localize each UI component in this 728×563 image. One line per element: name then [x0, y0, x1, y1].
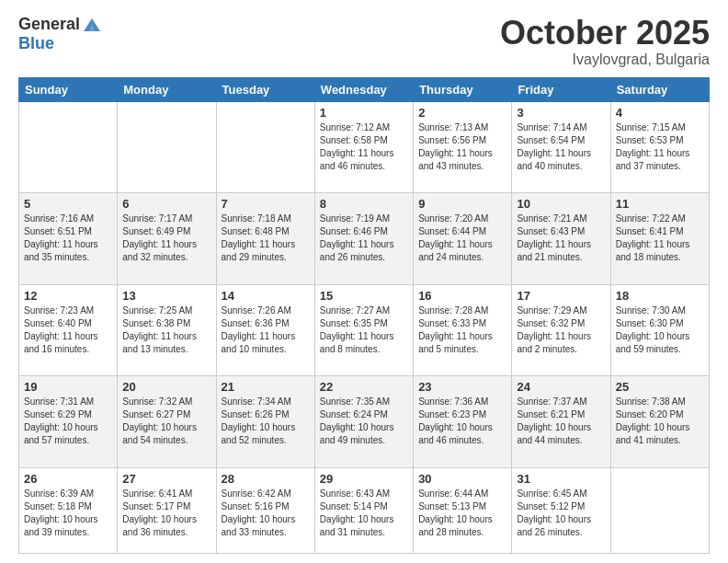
calendar-cell: 5Sunrise: 7:16 AM Sunset: 6:51 PM Daylig…: [19, 193, 118, 285]
day-info: Sunrise: 7:19 AM Sunset: 6:46 PM Dayligh…: [320, 213, 408, 264]
calendar-cell: [118, 101, 216, 193]
day-info: Sunrise: 7:26 AM Sunset: 6:36 PM Dayligh…: [222, 304, 310, 356]
day-number: 7: [222, 197, 310, 211]
calendar-cell: 2Sunrise: 7:13 AM Sunset: 6:56 PM Daylig…: [414, 101, 512, 193]
day-info: Sunrise: 6:44 AM Sunset: 5:13 PM Dayligh…: [418, 488, 506, 539]
calendar-cell: 15Sunrise: 7:27 AM Sunset: 6:35 PM Dayli…: [314, 284, 413, 376]
day-number: 4: [616, 106, 704, 120]
calendar-cell: 19Sunrise: 7:31 AM Sunset: 6:29 PM Dayli…: [19, 376, 118, 468]
day-info: Sunrise: 7:29 AM Sunset: 6:32 PM Dayligh…: [517, 304, 605, 356]
logo-icon: [82, 15, 102, 35]
calendar-cell: 29Sunrise: 6:43 AM Sunset: 5:14 PM Dayli…: [314, 468, 413, 554]
title-block: October 2025 Ivaylovgrad, Bulgaria: [500, 15, 710, 68]
calendar-cell: 23Sunrise: 7:36 AM Sunset: 6:23 PM Dayli…: [414, 376, 512, 468]
calendar-cell: 28Sunrise: 6:42 AM Sunset: 5:16 PM Dayli…: [216, 468, 314, 554]
calendar-cell: 9Sunrise: 7:20 AM Sunset: 6:44 PM Daylig…: [414, 193, 512, 285]
day-number: 17: [517, 289, 605, 303]
calendar-cell: 18Sunrise: 7:30 AM Sunset: 6:30 PM Dayli…: [610, 284, 709, 376]
day-number: 14: [222, 289, 310, 303]
calendar-cell: 22Sunrise: 7:35 AM Sunset: 6:24 PM Dayli…: [314, 376, 413, 468]
calendar-cell: [19, 101, 118, 193]
header-thursday: Thursday: [414, 77, 512, 101]
calendar-week-2: 12Sunrise: 7:23 AM Sunset: 6:40 PM Dayli…: [19, 284, 710, 376]
calendar-cell: 25Sunrise: 7:38 AM Sunset: 6:20 PM Dayli…: [610, 376, 709, 468]
logo-blue: Blue: [18, 35, 102, 53]
day-info: Sunrise: 6:42 AM Sunset: 5:16 PM Dayligh…: [222, 488, 310, 539]
day-info: Sunrise: 6:43 AM Sunset: 5:14 PM Dayligh…: [320, 488, 408, 539]
day-info: Sunrise: 7:21 AM Sunset: 6:43 PM Dayligh…: [517, 213, 605, 264]
header: General Blue October 2025 Ivaylovgrad, B…: [18, 15, 710, 68]
day-info: Sunrise: 7:17 AM Sunset: 6:49 PM Dayligh…: [122, 213, 210, 264]
location: Ivaylovgrad, Bulgaria: [500, 52, 710, 68]
day-number: 1: [320, 106, 408, 120]
day-number: 25: [616, 380, 704, 394]
logo-general: General: [18, 16, 80, 34]
day-info: Sunrise: 7:32 AM Sunset: 6:27 PM Dayligh…: [122, 396, 210, 447]
day-number: 30: [418, 472, 506, 486]
day-number: 16: [418, 289, 506, 303]
calendar-cell: 13Sunrise: 7:25 AM Sunset: 6:38 PM Dayli…: [118, 284, 216, 376]
day-number: 23: [418, 380, 506, 394]
day-info: Sunrise: 6:41 AM Sunset: 5:17 PM Dayligh…: [122, 488, 210, 539]
header-wednesday: Wednesday: [314, 77, 413, 101]
page: General Blue October 2025 Ivaylovgrad, B…: [0, 0, 728, 563]
day-info: Sunrise: 7:25 AM Sunset: 6:38 PM Dayligh…: [122, 304, 210, 356]
day-number: 19: [24, 380, 112, 394]
calendar-cell: 1Sunrise: 7:12 AM Sunset: 6:58 PM Daylig…: [314, 101, 413, 193]
day-info: Sunrise: 7:35 AM Sunset: 6:24 PM Dayligh…: [320, 396, 408, 447]
day-number: 24: [517, 380, 605, 394]
calendar-cell: 14Sunrise: 7:26 AM Sunset: 6:36 PM Dayli…: [216, 284, 314, 376]
day-number: 27: [122, 472, 210, 486]
day-info: Sunrise: 7:27 AM Sunset: 6:35 PM Dayligh…: [320, 304, 408, 356]
day-number: 6: [122, 197, 210, 211]
calendar-cell: 8Sunrise: 7:19 AM Sunset: 6:46 PM Daylig…: [314, 193, 413, 285]
day-number: 31: [517, 472, 605, 486]
day-info: Sunrise: 7:15 AM Sunset: 6:53 PM Dayligh…: [616, 121, 704, 173]
calendar-cell: 27Sunrise: 6:41 AM Sunset: 5:17 PM Dayli…: [118, 468, 216, 554]
day-number: 26: [24, 472, 112, 486]
day-info: Sunrise: 6:45 AM Sunset: 5:12 PM Dayligh…: [517, 488, 605, 539]
logo-text: General Blue: [18, 15, 102, 53]
calendar-cell: 3Sunrise: 7:14 AM Sunset: 6:54 PM Daylig…: [512, 101, 610, 193]
day-info: Sunrise: 7:23 AM Sunset: 6:40 PM Dayligh…: [24, 304, 112, 356]
day-number: 28: [222, 472, 310, 486]
calendar-cell: 26Sunrise: 6:39 AM Sunset: 5:18 PM Dayli…: [19, 468, 118, 554]
calendar-cell: [610, 468, 709, 554]
day-info: Sunrise: 7:28 AM Sunset: 6:33 PM Dayligh…: [418, 304, 506, 356]
day-number: 22: [320, 380, 408, 394]
day-number: 8: [320, 197, 408, 211]
calendar-cell: 30Sunrise: 6:44 AM Sunset: 5:13 PM Dayli…: [414, 468, 512, 554]
day-number: 20: [122, 380, 210, 394]
header-tuesday: Tuesday: [216, 77, 314, 101]
day-number: 13: [122, 289, 210, 303]
calendar-week-4: 26Sunrise: 6:39 AM Sunset: 5:18 PM Dayli…: [19, 468, 710, 554]
day-number: 15: [320, 289, 408, 303]
day-info: Sunrise: 7:18 AM Sunset: 6:48 PM Dayligh…: [222, 213, 310, 264]
day-number: 10: [517, 197, 605, 211]
calendar-cell: 10Sunrise: 7:21 AM Sunset: 6:43 PM Dayli…: [512, 193, 610, 285]
day-number: 5: [24, 197, 112, 211]
calendar-week-0: 1Sunrise: 7:12 AM Sunset: 6:58 PM Daylig…: [19, 101, 710, 193]
calendar-cell: 16Sunrise: 7:28 AM Sunset: 6:33 PM Dayli…: [414, 284, 512, 376]
day-number: 3: [517, 106, 605, 120]
day-info: Sunrise: 7:34 AM Sunset: 6:26 PM Dayligh…: [222, 396, 310, 447]
day-info: Sunrise: 7:20 AM Sunset: 6:44 PM Dayligh…: [418, 213, 506, 264]
day-info: Sunrise: 7:37 AM Sunset: 6:21 PM Dayligh…: [517, 396, 605, 447]
day-number: 18: [616, 289, 704, 303]
calendar-cell: 31Sunrise: 6:45 AM Sunset: 5:12 PM Dayli…: [512, 468, 610, 554]
day-number: 29: [320, 472, 408, 486]
header-monday: Monday: [118, 77, 216, 101]
day-number: 2: [418, 106, 506, 120]
day-info: Sunrise: 7:12 AM Sunset: 6:58 PM Dayligh…: [320, 121, 408, 173]
day-number: 12: [24, 289, 112, 303]
day-number: 9: [418, 197, 506, 211]
day-info: Sunrise: 7:22 AM Sunset: 6:41 PM Dayligh…: [616, 213, 704, 264]
header-saturday: Saturday: [610, 77, 709, 101]
day-info: Sunrise: 7:13 AM Sunset: 6:56 PM Dayligh…: [418, 121, 506, 173]
calendar-cell: 21Sunrise: 7:34 AM Sunset: 6:26 PM Dayli…: [216, 376, 314, 468]
day-info: Sunrise: 7:30 AM Sunset: 6:30 PM Dayligh…: [616, 304, 704, 356]
day-info: Sunrise: 7:31 AM Sunset: 6:29 PM Dayligh…: [24, 396, 112, 447]
day-number: 21: [222, 380, 310, 394]
day-info: Sunrise: 7:36 AM Sunset: 6:23 PM Dayligh…: [418, 396, 506, 447]
calendar-cell: 17Sunrise: 7:29 AM Sunset: 6:32 PM Dayli…: [512, 284, 610, 376]
